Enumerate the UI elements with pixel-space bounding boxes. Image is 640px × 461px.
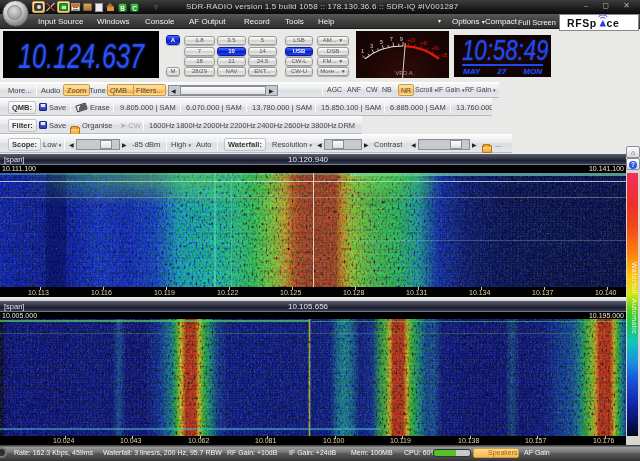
svg-text:5: 5 (380, 39, 383, 45)
svg-text:3: 3 (370, 43, 373, 49)
svg-text:1: 1 (361, 48, 364, 54)
svg-text:+60: +60 (431, 46, 439, 51)
svg-text:dB: dB (442, 53, 448, 58)
svg-text:RFSp: RFSp (567, 17, 597, 29)
svg-text:+20: +20 (407, 38, 415, 43)
svg-text:9: 9 (400, 36, 403, 42)
svg-text:ce: ce (607, 17, 620, 29)
svg-text:+40: +40 (420, 41, 428, 46)
svg-text:7: 7 (390, 36, 393, 42)
svg-text:VFO A: VFO A (395, 70, 413, 76)
